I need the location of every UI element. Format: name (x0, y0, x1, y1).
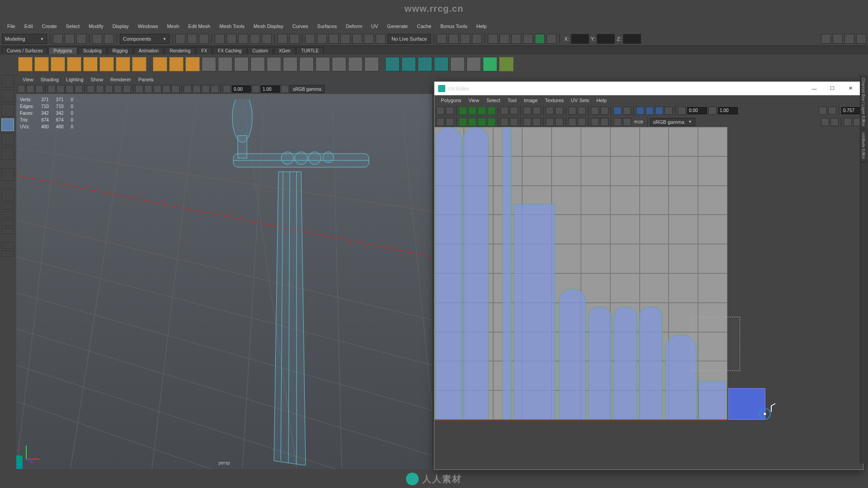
uv-planar-icon[interactable] (450, 57, 465, 71)
menu-help[interactable]: Help (472, 22, 491, 31)
hypershade-icon[interactable] (472, 34, 482, 44)
uv-texel-density-icon[interactable] (555, 118, 563, 126)
uvmenu-polygons[interactable]: Polygons (437, 97, 465, 104)
lock-icon[interactable] (289, 34, 299, 44)
select-tool[interactable] (1, 75, 14, 88)
maximize-button[interactable]: ☐ (823, 83, 841, 94)
snap-live-icon[interactable] (262, 34, 272, 44)
uv-orient-icon[interactable] (487, 107, 495, 115)
uvmenu-view[interactable]: View (465, 97, 483, 104)
gamma-icon[interactable] (252, 85, 260, 93)
uv-straighten-icon[interactable] (546, 118, 554, 126)
shelf-tab-fx[interactable]: FX (196, 47, 212, 54)
shelf-tab-turtle[interactable]: TURTLE (296, 47, 324, 54)
poly-pipe-icon[interactable] (132, 57, 146, 71)
uv-gamma-field[interactable]: 1.00 (718, 107, 738, 114)
uv-distribute-u-icon[interactable] (591, 107, 599, 115)
close-button[interactable]: ✕ (841, 83, 859, 94)
uv-isolate-icon[interactable] (613, 118, 622, 126)
render-icon[interactable] (437, 34, 447, 44)
panel-toggle2-icon[interactable] (833, 34, 843, 44)
uv-align-v-icon[interactable] (555, 107, 563, 115)
uv-grid-icon[interactable] (819, 107, 827, 115)
uv-dim-icon[interactable] (623, 118, 631, 126)
layout-three-icon[interactable] (1, 228, 14, 234)
menu-display[interactable]: Display (108, 22, 133, 31)
workspace-mode-dropdown[interactable]: Modeling ▼ (2, 34, 47, 44)
poly-sphere-icon[interactable] (18, 57, 33, 71)
menu-uv[interactable]: UV (367, 22, 382, 31)
motion-blur-icon[interactable] (193, 85, 201, 93)
select-by-object-icon[interactable] (187, 34, 197, 44)
layout-outliner-icon[interactable] (1, 242, 14, 249)
panel-lighting[interactable]: Lighting (62, 76, 87, 83)
content-browser-icon[interactable] (499, 57, 514, 71)
shaded-icon[interactable] (96, 85, 104, 93)
menu-mesh[interactable]: Mesh (162, 22, 184, 31)
panel-view[interactable]: View (19, 76, 37, 83)
select-by-hierarchy-icon[interactable] (175, 34, 185, 44)
menu-surfaces[interactable]: Surfaces (313, 22, 341, 31)
uv-exposure-icon[interactable] (678, 107, 686, 115)
uv-layout-icon[interactable] (636, 107, 644, 115)
uv-shell[interactable] (639, 307, 662, 420)
uv-canvas[interactable] (434, 127, 863, 469)
uv-flip-u-icon[interactable] (459, 107, 467, 115)
ipr-icon[interactable] (448, 34, 458, 44)
uvmenu-image[interactable]: Image (520, 97, 542, 104)
poly-plane-icon[interactable] (83, 57, 98, 71)
xray-icon[interactable] (144, 85, 152, 93)
x-field[interactable] (571, 34, 589, 44)
uv-select-shell-icon[interactable] (436, 118, 444, 126)
uv-mirror-u-icon[interactable] (500, 118, 509, 126)
uv-editor-shelf-icon[interactable] (483, 57, 497, 71)
grid-toggle-icon[interactable] (47, 85, 56, 93)
shelf-tab-rendering[interactable]: Rendering (165, 47, 195, 54)
uv-lattice-icon[interactable] (436, 107, 444, 115)
minimize-button[interactable]: — (805, 83, 823, 94)
uv-frame-sel-icon[interactable] (830, 118, 839, 126)
uv-rotate-ccw-icon[interactable] (500, 107, 509, 115)
uv-shrink-icon[interactable] (468, 118, 476, 126)
uv-exposure-field[interactable]: 0.00 (687, 107, 707, 114)
uv-ring-icon[interactable] (487, 118, 495, 126)
toggle5-icon[interactable] (376, 34, 386, 44)
layout-four-icon[interactable] (1, 203, 14, 210)
uv-normalize-icon[interactable] (523, 118, 531, 126)
uv-sew-icon[interactable] (533, 107, 541, 115)
mirror-icon[interactable] (434, 57, 448, 71)
quad-draw-icon[interactable] (385, 57, 400, 71)
snap-point-icon[interactable] (238, 34, 248, 44)
poly-platonic-icon[interactable] (169, 57, 184, 71)
uv-mirror-v-icon[interactable] (510, 118, 518, 126)
shelf-tab-rigging[interactable]: Rigging (108, 47, 133, 54)
uv-flip-v-icon[interactable] (468, 107, 476, 115)
panel-toggle1-icon[interactable] (821, 34, 831, 44)
connect-icon[interactable] (364, 57, 379, 71)
uv-texel-field[interactable]: 0.757 (841, 107, 861, 114)
poly-cube-icon[interactable] (34, 57, 49, 71)
menu-windows[interactable]: Windows (133, 22, 163, 31)
y-field[interactable] (597, 34, 615, 44)
uv-auto-icon[interactable] (467, 57, 481, 71)
uv-shaded-icon[interactable] (665, 107, 673, 115)
menu-generate[interactable]: Generate (382, 22, 412, 31)
uv-frame-all-icon[interactable] (821, 118, 829, 126)
perspective-viewport[interactable]: Verts:3713710 Edges:7107100 Faces:342342… (16, 94, 432, 469)
poly-torus-icon[interactable] (99, 57, 114, 71)
history-icon[interactable] (305, 34, 315, 44)
sculpt-icon[interactable] (418, 57, 432, 71)
last-tool[interactable] (1, 168, 14, 181)
poly-cone-icon[interactable] (67, 57, 81, 71)
wireframe-on-shaded-icon[interactable] (171, 85, 179, 93)
isolate-icon[interactable] (135, 85, 143, 93)
manipulator-pivot-icon[interactable] (759, 408, 771, 420)
ao-icon[interactable] (184, 85, 192, 93)
toggle4-icon[interactable] (364, 34, 374, 44)
uv-loop-icon[interactable] (478, 118, 486, 126)
gamma-field[interactable]: 1.00 (261, 85, 280, 93)
uv-shell[interactable] (462, 127, 489, 420)
panel-show[interactable]: Show (87, 76, 107, 83)
multicut-icon[interactable] (332, 57, 346, 71)
paint-select-tool[interactable] (1, 104, 14, 117)
